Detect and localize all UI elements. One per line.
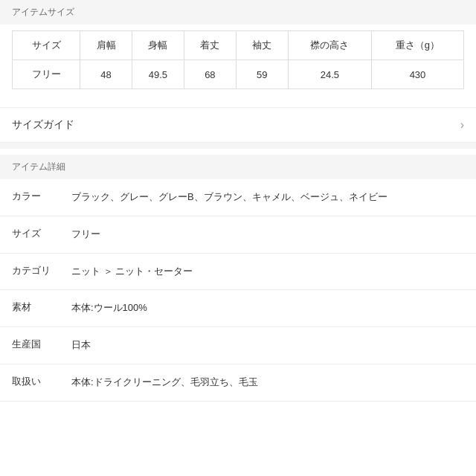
detail-label-category: カテゴリ <box>12 264 71 277</box>
detail-row-care: 取扱い 本体:ドライクリーニング、毛羽立ち、毛玉 <box>0 364 476 402</box>
cell-length: 68 <box>184 60 236 89</box>
item-detail-header: アイテム詳細 <box>0 155 476 179</box>
detail-value-color: ブラック、グレー、グレーB、ブラウン、キャメル、ベージュ、ネイビー <box>71 190 464 205</box>
detail-value-category: ニット ＞ ニット・セーター <box>71 264 464 280</box>
size-table-container: サイズ 肩幅 身幅 着丈 袖丈 襟の高さ 重さ（g） フリー 48 49.5 6… <box>0 30 476 101</box>
cell-weight: 430 <box>371 60 463 89</box>
item-size-section: アイテムサイズ サイズ 肩幅 身幅 着丈 袖丈 襟の高さ 重さ（g） フリー 4… <box>0 0 476 101</box>
col-header-weight: 重さ（g） <box>371 31 463 60</box>
detail-value-origin: 日本 <box>71 338 464 353</box>
size-guide-label: サイズガイド <box>12 118 74 132</box>
item-size-header: アイテムサイズ <box>0 0 476 25</box>
detail-value-size: フリー <box>71 227 464 242</box>
col-header-sleeve: 袖丈 <box>236 31 288 60</box>
table-data-row: フリー 48 49.5 68 59 24.5 430 <box>13 60 464 89</box>
size-guide-button[interactable]: サイズガイド › <box>0 107 476 143</box>
cell-size: フリー <box>13 60 80 89</box>
detail-row-material: 素材 本体:ウール100% <box>0 290 476 327</box>
col-header-size: サイズ <box>13 31 80 60</box>
col-header-length: 着丈 <box>184 31 236 60</box>
cell-shoulder: 48 <box>80 60 132 89</box>
detail-label-material: 素材 <box>12 300 71 314</box>
spacer <box>0 143 476 149</box>
detail-row-category: カテゴリ ニット ＞ ニット・セーター <box>0 254 476 291</box>
col-header-collar: 襟の高さ <box>288 31 371 60</box>
detail-label-care: 取扱い <box>12 375 71 388</box>
detail-label-size: サイズ <box>12 227 71 240</box>
col-header-body: 身幅 <box>132 31 184 60</box>
detail-label-color: カラー <box>12 190 71 203</box>
detail-row-size: サイズ フリー <box>0 216 476 254</box>
detail-label-origin: 生産国 <box>12 338 71 351</box>
size-table: サイズ 肩幅 身幅 着丈 袖丈 襟の高さ 重さ（g） フリー 48 49.5 6… <box>12 30 464 89</box>
table-header-row: サイズ 肩幅 身幅 着丈 袖丈 襟の高さ 重さ（g） <box>13 31 464 60</box>
detail-value-material: 本体:ウール100% <box>71 300 464 316</box>
col-header-shoulder: 肩幅 <box>80 31 132 60</box>
cell-collar: 24.5 <box>288 60 371 89</box>
detail-row-color: カラー ブラック、グレー、グレーB、ブラウン、キャメル、ベージュ、ネイビー <box>0 179 476 216</box>
detail-row-origin: 生産国 日本 <box>0 327 476 364</box>
cell-sleeve: 59 <box>236 60 288 89</box>
item-detail-section: アイテム詳細 カラー ブラック、グレー、グレーB、ブラウン、キャメル、ベージュ、… <box>0 155 476 402</box>
cell-body: 49.5 <box>132 60 184 89</box>
detail-value-care: 本体:ドライクリーニング、毛羽立ち、毛玉 <box>71 375 464 390</box>
chevron-right-icon: › <box>460 118 464 132</box>
